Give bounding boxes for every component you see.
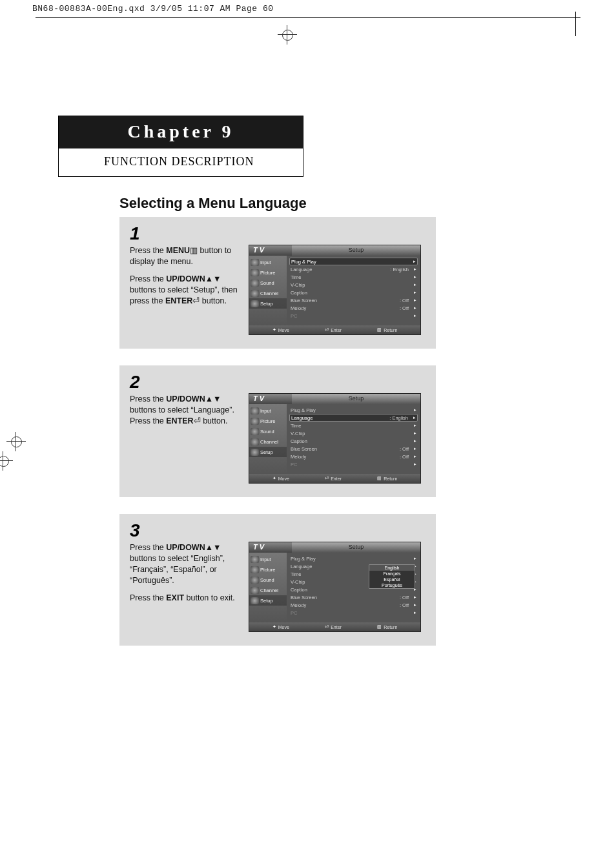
sidebar-picture: Picture [249,416,287,426]
language-option: English [369,565,415,571]
osd-row: PC▸ [289,609,418,617]
sidebar-channel: Channel [249,288,287,298]
step-1-para-2: Press the UP/DOWN▲▼ buttons to select “S… [130,274,243,307]
osd-row: Melody: Off▸ [289,453,418,460]
osd-tv-label: T V [249,394,292,404]
step-1-para-1: Press the MENU▥ button to display the me… [130,245,243,267]
step-3: 3 Press the UP/DOWN▲▼ buttons to select … [119,514,436,646]
sidebar-channel: Channel [249,585,287,595]
section-title: Selecting a Menu Language [119,195,580,212]
osd-row: Plug & Play▸ [289,406,418,414]
language-option: Français [369,571,415,577]
osd-row: Blue Screen: Off▸ [289,445,418,453]
step-3-text: Press the UP/DOWN▲▼ buttons to select “E… [130,542,243,631]
sidebar-input: Input [249,257,287,267]
step-2-para-1: Press the UP/DOWN▲▼ buttons to select “L… [130,394,243,427]
sidebar-setup: Setup [249,595,287,606]
step-2: 2 Press the UP/DOWN▲▼ buttons to select … [119,365,436,497]
step-number: 3 [130,520,426,541]
step-2-text: Press the UP/DOWN▲▼ buttons to select “L… [130,394,243,483]
sidebar-sound: Sound [249,426,287,436]
osd-screenshot-1: T V Setup Input Picture Sound Channel Se… [249,245,420,334]
enter-icon: ⏎ [325,476,329,481]
sidebar-sound: Sound [249,575,287,585]
move-icon: ✦ [272,327,276,332]
move-icon: ✦ [272,476,276,481]
osd-row: Plug & Play▸ [289,258,418,265]
return-icon: ▥ [377,327,382,332]
crop-rule-right [575,12,576,36]
osd-screenshot-3: T V Setup Input Picture Sound Channel Se… [249,542,420,631]
osd-row: Melody: Off▸ [289,601,418,609]
osd-row: Caption▸ [289,437,418,445]
osd-title: Setup [292,394,420,404]
language-popup: EnglishFrançaisEspañolPortuguês [369,564,415,589]
osd-tv-label: T V [249,245,292,256]
osd-sidebar: Input Picture Sound Channel Setup [249,553,287,622]
sidebar-picture: Picture [249,267,287,278]
page-content: Chapter 9 FUNCTION DESCRIPTION Selecting… [58,116,580,646]
registration-mark-top-icon [278,25,297,45]
step-number: 2 [130,372,426,393]
osd-main-2: Plug & Play▸Language: English▸Time▸V-Chi… [287,404,420,474]
crop-rule-top [36,17,580,19]
registration-mark-right-icon [0,451,13,471]
osd-row: Caption▸ [289,289,418,296]
osd-tv-label: T V [249,542,292,553]
chapter-title: Chapter 9 [59,116,303,148]
osd-hints: ✦Move ⏎Enter ▥Return [249,622,420,631]
registration-mark-left-icon [6,432,26,451]
osd-row: Time▸ [289,273,418,281]
osd-main-3: Plug & Play▸Language▸Time▸V-Chip▸Caption… [287,553,420,622]
enter-icon: ⏎ [325,624,329,629]
step-1-text: Press the MENU▥ button to display the me… [130,245,243,334]
language-option: Español [369,577,415,582]
osd-row: Language: English▸ [289,265,418,273]
print-header: BN68-00883A-00Eng.qxd 3/9/05 11:07 AM Pa… [0,0,616,17]
chapter-block: Chapter 9 FUNCTION DESCRIPTION [58,116,303,177]
osd-sidebar: Input Picture Sound Channel Setup [249,404,287,474]
osd-row: V-Chip▸ [289,429,418,437]
sidebar-picture: Picture [249,564,287,575]
osd-main-1: Plug & Play▸Language: English▸Time▸V-Chi… [287,256,420,325]
osd-row: PC▸ [289,312,418,320]
osd-hints: ✦Move ⏎Enter ▥Return [249,325,420,334]
sidebar-input: Input [249,554,287,564]
sidebar-setup: Setup [249,298,287,309]
language-option: Português [369,582,415,588]
step-number: 1 [130,223,426,244]
sidebar-setup: Setup [249,447,287,457]
step-3-para-2: Press the EXIT button to exit. [130,593,243,604]
sidebar-sound: Sound [249,278,287,288]
step-1: 1 Press the MENU▥ button to display the … [119,217,436,349]
move-icon: ✦ [272,624,276,629]
chapter-subtitle: FUNCTION DESCRIPTION [59,148,303,176]
osd-row: V-Chip▸ [289,281,418,289]
osd-sidebar: Input Picture Sound Channel Setup [249,256,287,325]
osd-hints: ✦Move ⏎Enter ▥Return [249,474,420,483]
sidebar-channel: Channel [249,436,287,447]
osd-row: Plug & Play▸ [289,555,418,562]
osd-row: PC▸ [289,460,418,468]
step-3-para-1: Press the UP/DOWN▲▼ buttons to select “E… [130,542,243,586]
return-icon: ▥ [377,624,382,629]
osd-row: Melody: Off▸ [289,304,418,312]
osd-row: Language: English▸ [289,414,418,422]
osd-row: Time▸ [289,422,418,429]
osd-row: Blue Screen: Off▸ [289,593,418,601]
osd-title: Setup [292,542,420,553]
enter-icon: ⏎ [325,327,329,332]
return-icon: ▥ [377,476,382,481]
osd-row: Blue Screen: Off▸ [289,296,418,304]
osd-screenshot-2: T V Setup Input Picture Sound Channel Se… [249,394,420,483]
osd-title: Setup [292,245,420,256]
sidebar-input: Input [249,405,287,416]
